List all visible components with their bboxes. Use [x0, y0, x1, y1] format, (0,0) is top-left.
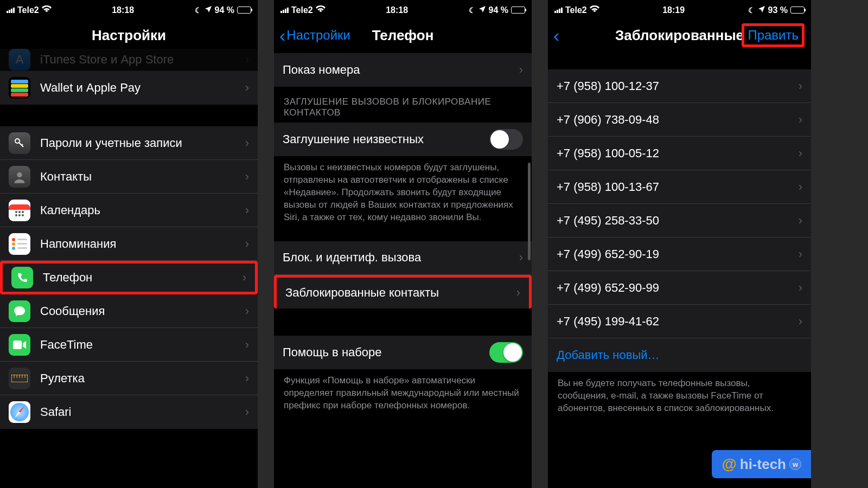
chevron-right-icon: ›	[516, 286, 520, 300]
ruler-icon	[9, 368, 30, 389]
signal-icon	[7, 8, 15, 13]
chevron-right-icon: ›	[799, 180, 802, 194]
row-dial-assist[interactable]: Помощь в наборе	[274, 336, 532, 369]
contacts-icon	[9, 166, 30, 188]
row-contacts[interactable]: Контакты ›	[0, 160, 258, 194]
page-title: Настройки	[92, 27, 166, 44]
row-passwords[interactable]: Пароли и учетные записи ›	[0, 126, 258, 160]
page-title: Заблокированные	[615, 27, 744, 44]
blocked-list: +7 (958) 100-12-37› +7 (906) 738-09-48› …	[548, 69, 811, 372]
section-header-silence: ЗАГЛУШЕНИЕ ВЫЗОВОВ И БЛОКИРОВАНИЕ КОНТАК…	[274, 87, 532, 123]
battery-icon	[790, 7, 805, 14]
appstore-icon: A	[9, 49, 30, 70]
svg-point-1	[17, 172, 22, 177]
blocked-row[interactable]: +7 (499) 652-90-19›	[548, 237, 811, 271]
safari-icon	[9, 401, 30, 423]
row-facetime[interactable]: FaceTime ›	[0, 328, 258, 362]
wifi-icon	[590, 5, 599, 15]
dnd-icon: ☾	[195, 6, 202, 15]
svg-point-0	[15, 139, 20, 143]
blocked-row[interactable]: +7 (906) 738-09-48›	[548, 103, 811, 137]
clock: 18:19	[662, 5, 685, 15]
nav-bar: ‹ Заблокированные Править	[548, 17, 811, 53]
row-phone[interactable]: Телефон ›	[0, 261, 258, 294]
blocked-row[interactable]: +7 (958) 100-05-12›	[548, 137, 811, 170]
carrier-label: Tele2	[565, 5, 587, 15]
chevron-right-icon: ›	[245, 405, 249, 419]
row-safari[interactable]: Safari ›	[0, 395, 258, 429]
carrier-label: Tele2	[17, 5, 39, 15]
location-icon	[205, 5, 212, 15]
phone-icon	[11, 267, 33, 288]
chevron-right-icon: ›	[245, 136, 249, 150]
chevron-right-icon: ›	[245, 170, 249, 184]
row-calendar[interactable]: Календарь ›	[0, 194, 258, 227]
chevron-right-icon: ›	[245, 338, 249, 352]
add-new-button[interactable]: Добавить новый…	[548, 338, 811, 372]
facetime-icon	[9, 334, 30, 356]
dnd-icon: ☾	[748, 6, 755, 15]
signal-icon	[280, 8, 289, 13]
dial-assist-toggle[interactable]	[489, 342, 523, 363]
chevron-right-icon: ›	[519, 63, 523, 77]
chevron-right-icon: ›	[799, 146, 802, 160]
section-footer-silence: Вызовы с неизвестных номеров будут заглу…	[274, 156, 532, 233]
chevron-right-icon: ›	[799, 79, 802, 93]
svg-rect-2	[13, 341, 22, 349]
screen-blocked-contacts: Tele2 18:19 ☾ 93 % ‹ Заблокированные Пра…	[548, 0, 811, 488]
row-blocked-contacts[interactable]: Заблокированные контакты ›	[274, 275, 532, 309]
clock: 18:18	[386, 5, 408, 15]
page-title: Телефон	[372, 27, 434, 44]
blocked-footer: Вы не будете получать телефонные вызовы,…	[548, 372, 811, 423]
blocked-row[interactable]: +7 (958) 100-12-37›	[548, 69, 811, 103]
chevron-right-icon: ›	[245, 81, 249, 95]
chevron-right-icon: ›	[242, 271, 246, 285]
scrollbar[interactable]	[528, 163, 531, 260]
messages-icon	[9, 300, 30, 322]
section-footer-dialassist: Функция «Помощь в наборе» автоматически …	[274, 369, 532, 421]
location-icon	[478, 5, 486, 15]
battery-icon	[511, 7, 525, 14]
silence-toggle[interactable]	[489, 129, 523, 150]
screen-settings: Tele2 18:18 ☾ 94 % Настройки A iTunes St…	[0, 0, 258, 488]
back-button[interactable]: ‹ Настройки	[279, 28, 350, 43]
blocked-row[interactable]: +7 (958) 100-13-67›	[548, 170, 811, 204]
clock: 18:18	[112, 5, 134, 15]
chevron-right-icon: ›	[245, 304, 249, 318]
row-appstore[interactable]: A iTunes Store и App Store ›	[0, 49, 258, 71]
chevron-right-icon: ›	[245, 237, 249, 251]
reminders-icon	[9, 233, 30, 255]
watermark: @hi-techw	[712, 450, 811, 478]
screen-phone-settings: Tele2 18:18 ☾ 94 % ‹ Настройки Телефон П…	[274, 0, 532, 488]
blocked-row[interactable]: +7 (495) 199-41-62›	[548, 305, 811, 338]
chevron-right-icon: ›	[799, 247, 802, 261]
wifi-icon	[42, 5, 52, 15]
wallet-icon	[9, 77, 30, 99]
chevron-right-icon: ›	[245, 371, 249, 386]
chevron-right-icon: ›	[519, 251, 523, 265]
row-messages[interactable]: Сообщения ›	[0, 294, 258, 328]
battery-pct: 93 %	[768, 5, 788, 15]
status-bar: Tele2 18:18 ☾ 94 %	[274, 0, 532, 17]
battery-icon	[237, 7, 251, 14]
row-block-id[interactable]: Блок. и идентиф. вызова ›	[274, 241, 532, 275]
edit-button[interactable]: Править	[742, 23, 805, 47]
nav-bar: ‹ Настройки Телефон	[274, 17, 532, 53]
row-wallet[interactable]: Wallet и Apple Pay ›	[0, 71, 258, 105]
chevron-right-icon: ›	[245, 53, 249, 67]
row-silence-unknown[interactable]: Заглушение неизвестных	[274, 123, 532, 156]
carrier-label: Tele2	[291, 5, 313, 15]
calendar-icon	[9, 200, 30, 221]
battery-pct: 94 %	[215, 5, 234, 15]
chevron-right-icon: ›	[799, 113, 802, 127]
row-reminders[interactable]: Напоминания ›	[0, 227, 258, 261]
row-caller-id[interactable]: Показ номера ›	[274, 53, 532, 87]
row-ruler[interactable]: Рулетка ›	[0, 362, 258, 395]
status-bar: Tele2 18:18 ☾ 94 %	[0, 0, 258, 17]
blocked-row[interactable]: +7 (499) 652-90-99›	[548, 271, 811, 305]
chevron-right-icon: ›	[799, 214, 802, 228]
blocked-row[interactable]: +7 (495) 258-33-50›	[548, 204, 811, 237]
status-bar: Tele2 18:19 ☾ 93 %	[548, 0, 811, 17]
nav-bar: Настройки	[0, 17, 258, 53]
wifi-icon	[316, 5, 326, 15]
